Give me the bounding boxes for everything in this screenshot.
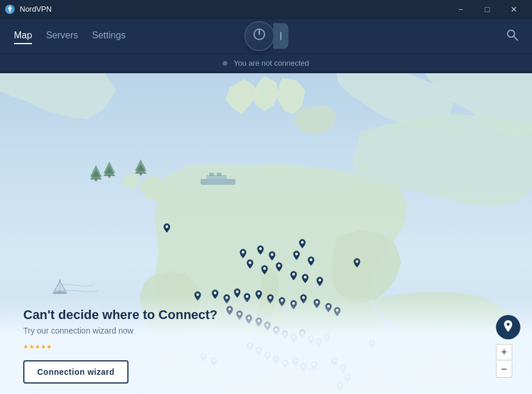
minimize-button[interactable]: − <box>447 0 474 19</box>
svg-point-32 <box>304 276 307 279</box>
svg-point-29 <box>263 267 266 270</box>
tab-settings[interactable]: Settings <box>92 28 126 44</box>
svg-point-27 <box>356 260 359 263</box>
promo-overlay: Can't decide where to Connect? Try our c… <box>0 296 532 394</box>
map-pin[interactable] <box>256 245 265 259</box>
map-pin[interactable] <box>260 265 269 279</box>
zoom-in-button[interactable]: + <box>496 344 512 360</box>
svg-rect-10 <box>217 173 222 176</box>
rating-stars: ★★★★★ <box>23 343 515 350</box>
status-dot <box>223 61 227 66</box>
map-area[interactable]: Can't decide where to Connect? Try our c… <box>0 73 532 394</box>
svg-point-21 <box>242 251 245 254</box>
svg-point-35 <box>214 292 217 295</box>
svg-point-24 <box>301 241 304 244</box>
power-toggle[interactable] <box>244 21 288 51</box>
map-pin[interactable] <box>352 258 362 272</box>
search-button[interactable] <box>506 29 518 44</box>
zoom-pin-indicator <box>496 315 520 339</box>
status-bar: You are not connected <box>0 53 532 73</box>
svg-point-22 <box>259 248 262 250</box>
svg-point-20 <box>166 225 169 228</box>
status-text: You are not connected <box>234 59 309 67</box>
svg-rect-13 <box>95 178 97 181</box>
connection-wizard-button[interactable]: Connection wizard <box>23 360 128 384</box>
power-slider <box>273 23 288 49</box>
power-icon <box>252 27 266 45</box>
zoom-controls: + − <box>496 315 520 378</box>
svg-point-37 <box>236 291 239 293</box>
map-pin[interactable] <box>315 277 324 291</box>
svg-point-31 <box>292 273 295 276</box>
map-pin[interactable] <box>289 271 298 285</box>
svg-point-33 <box>319 279 322 282</box>
tab-servers[interactable]: Servers <box>46 28 78 44</box>
map-pin[interactable] <box>274 262 284 276</box>
map-pin[interactable] <box>162 223 172 237</box>
svg-rect-19 <box>140 173 142 175</box>
power-button[interactable] <box>244 21 274 51</box>
map-pin[interactable] <box>292 250 301 264</box>
app-logo-icon <box>5 4 15 15</box>
svg-line-4 <box>514 37 517 40</box>
promo-subtitle: Try our connection wizard now <box>23 326 515 335</box>
map-pin[interactable] <box>301 274 310 288</box>
title-bar-left: NordVPN <box>5 4 52 15</box>
tab-map[interactable]: Map <box>14 28 32 44</box>
svg-point-30 <box>278 264 281 267</box>
svg-rect-16 <box>108 175 110 178</box>
title-bar: NordVPN − □ ✕ <box>0 0 532 19</box>
app-title: NordVPN <box>20 5 52 13</box>
location-pin-icon <box>502 320 514 334</box>
svg-point-28 <box>249 262 252 264</box>
svg-rect-9 <box>209 173 214 176</box>
nav-bar: Map Servers Settings <box>0 19 532 53</box>
svg-rect-6 <box>52 292 67 294</box>
map-pin[interactable] <box>245 259 255 273</box>
maximize-button[interactable]: □ <box>474 0 501 19</box>
svg-point-39 <box>258 292 260 295</box>
svg-point-26 <box>310 259 313 262</box>
search-icon <box>506 29 518 41</box>
svg-point-25 <box>295 253 298 256</box>
nav-tabs: Map Servers Settings <box>14 28 126 44</box>
close-button[interactable]: ✕ <box>501 0 527 19</box>
svg-point-23 <box>271 253 274 256</box>
map-pin[interactable] <box>306 256 316 270</box>
promo-title: Can't decide where to Connect? <box>23 307 515 323</box>
zoom-out-button[interactable]: − <box>496 361 512 378</box>
window-controls: − □ ✕ <box>447 0 527 19</box>
svg-point-3 <box>508 30 515 37</box>
